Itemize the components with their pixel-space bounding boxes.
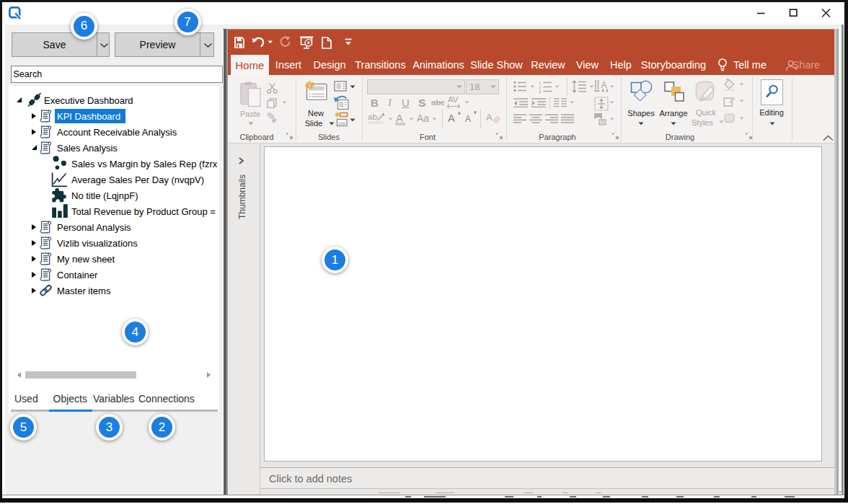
svg-text:A: A [601, 80, 607, 90]
svg-text:3: 3 [539, 89, 542, 94]
